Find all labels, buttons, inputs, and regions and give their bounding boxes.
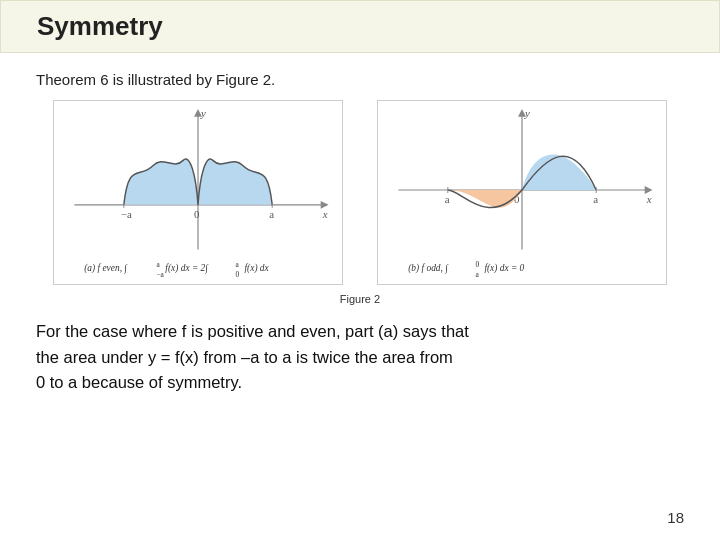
svg-text:0: 0 bbox=[236, 270, 240, 279]
svg-text:0: 0 bbox=[476, 260, 480, 269]
figure-a: y x −a 0 a (a) f even, ∫ bbox=[53, 100, 343, 285]
figure-b: y x a 0 a (b) f odd, ∫ bbox=[377, 100, 667, 285]
svg-text:y: y bbox=[524, 107, 530, 119]
figure-a-box: y x −a 0 a (a) f even, ∫ bbox=[53, 100, 343, 285]
subtitle: Theorem 6 is illustrated by Figure 2. bbox=[36, 71, 684, 88]
body-text: For the case where f is positive and eve… bbox=[36, 319, 684, 396]
svg-text:a: a bbox=[445, 193, 450, 205]
page-title: Symmetry bbox=[37, 11, 163, 41]
svg-text:x: x bbox=[322, 208, 328, 220]
svg-text:a: a bbox=[593, 193, 598, 205]
svg-text:y: y bbox=[200, 107, 206, 119]
figure-b-svg: y x a 0 a (b) f odd, ∫ bbox=[378, 101, 666, 284]
svg-text:x: x bbox=[646, 193, 652, 205]
svg-text:a: a bbox=[236, 260, 240, 269]
svg-text:f(x) dx = 2∫: f(x) dx = 2∫ bbox=[165, 263, 209, 274]
svg-text:(b) f odd, ∫: (b) f odd, ∫ bbox=[408, 263, 449, 274]
body-line2: the area under y = f(x) from –a to a is … bbox=[36, 348, 453, 366]
figure-b-box: y x a 0 a (b) f odd, ∫ bbox=[377, 100, 667, 285]
page: Symmetry Theorem 6 is illustrated by Fig… bbox=[0, 0, 720, 540]
svg-text:a: a bbox=[156, 260, 160, 269]
svg-text:−a: −a bbox=[156, 270, 164, 279]
svg-text:−a: −a bbox=[121, 208, 132, 220]
page-number: 18 bbox=[667, 509, 684, 526]
title-bar: Symmetry bbox=[0, 0, 720, 53]
svg-text:f(x) dx: f(x) dx bbox=[244, 263, 269, 274]
svg-text:0: 0 bbox=[194, 208, 200, 220]
svg-text:f(x) dx = 0: f(x) dx = 0 bbox=[484, 263, 524, 274]
body-line1: For the case where f is positive and eve… bbox=[36, 322, 469, 340]
figures-row: y x −a 0 a (a) f even, ∫ bbox=[36, 100, 684, 285]
figure-caption: Figure 2 bbox=[36, 293, 684, 305]
svg-text:a: a bbox=[269, 208, 274, 220]
body-line3: 0 to a because of symmetry. bbox=[36, 373, 242, 391]
figure-a-svg: y x −a 0 a (a) f even, ∫ bbox=[54, 101, 342, 284]
svg-text:a: a bbox=[476, 270, 480, 279]
svg-text:(a) f even, ∫: (a) f even, ∫ bbox=[84, 263, 128, 274]
